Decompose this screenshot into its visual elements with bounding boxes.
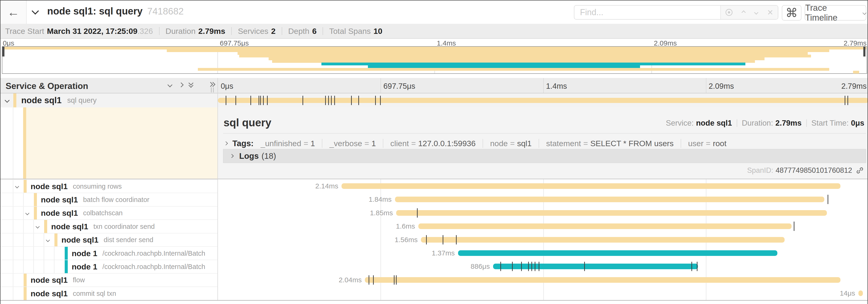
tree-chevron-icon[interactable]	[36, 225, 40, 229]
span-bar[interactable]	[341, 183, 840, 189]
deep-link-icon[interactable]	[856, 166, 864, 175]
span-log-tick	[697, 262, 698, 271]
minimap-tick-label: 1.4ms	[437, 39, 456, 47]
minimap-span-bar	[198, 68, 829, 71]
minimap-tick-label: 2.79ms	[844, 39, 867, 47]
tree-guideline	[33, 260, 34, 273]
tree-row[interactable]: node 1/cockroach.roachpb.Internal/Batch	[0, 246, 217, 260]
panel-divider[interactable]	[217, 78, 218, 300]
tag-item: user=root	[688, 139, 727, 148]
span-bar[interactable]	[395, 197, 824, 202]
collapse-all-icon[interactable]	[189, 81, 196, 88]
span-log-tick	[380, 96, 381, 105]
span-bar-row[interactable]: 886μs	[218, 260, 868, 273]
span-bar[interactable]	[421, 237, 785, 243]
span-bar-row[interactable]: 1.56ms	[218, 233, 868, 246]
meta-label: Duration	[165, 27, 196, 36]
tree-guideline	[44, 260, 44, 273]
span-bar-row[interactable]: 14μs	[218, 286, 868, 300]
span-bar-row[interactable]: 2.04ms	[218, 273, 868, 287]
span-log-tick	[394, 275, 395, 284]
span-bar[interactable]	[218, 98, 868, 103]
meta-value: 10	[373, 27, 382, 36]
span-bar-row[interactable]: 1.85ms	[218, 206, 868, 220]
minimap-left-scrubber[interactable]	[2, 47, 4, 57]
locate-icon[interactable]	[725, 9, 733, 16]
back-button[interactable]: ←	[0, 0, 27, 24]
span-log-tick	[443, 235, 443, 244]
span-log-tick	[358, 96, 359, 105]
span-name: node sql1consuming rows	[31, 180, 122, 193]
tree-row[interactable]: node sql1colbatchscan	[0, 206, 217, 220]
tree-row[interactable]: node 1/cockroach.roachpb.Internal/Batch	[0, 260, 217, 273]
span-bar[interactable]	[859, 291, 863, 296]
span-bar[interactable]	[365, 277, 840, 283]
detail-expanded-accent	[23, 107, 217, 179]
tree-chevron-icon[interactable]	[26, 211, 29, 215]
logs-accordion[interactable]: Logs (18)	[223, 149, 866, 163]
tree-chevron-icon[interactable]	[5, 98, 9, 103]
span-row-sql-query-bar[interactable]	[218, 93, 868, 107]
collapse-all-header-chevron-icon[interactable]	[32, 7, 39, 14]
span-bar-row[interactable]: 1.84ms	[218, 193, 868, 206]
span-bar[interactable]	[493, 264, 698, 269]
span-log-tick	[263, 96, 264, 105]
find-group: ×	[574, 5, 778, 20]
minimap-span-bar	[167, 49, 829, 52]
tree-row[interactable]: node sql1dist sender send	[0, 233, 217, 246]
span-bar[interactable]	[418, 224, 792, 229]
tree-row[interactable]: node sql1txn coordinator send	[0, 219, 217, 233]
tree-chevron-icon[interactable]	[15, 184, 19, 189]
trace-minimap[interactable]	[2, 46, 867, 74]
ruler-gridline	[380, 78, 381, 93]
span-row-sql-query-label[interactable]: node sql1sql query	[0, 93, 217, 107]
span-log-tick	[250, 96, 251, 105]
span-duration-label: 1.84ms	[369, 195, 392, 203]
tree-row[interactable]: node sql1commit sql txn	[0, 286, 217, 300]
panel-resize-grip[interactable]	[211, 87, 216, 93]
span-duration-label: 886μs	[471, 263, 490, 270]
meta-divider	[322, 27, 323, 35]
span-bar[interactable]	[458, 250, 777, 256]
view-selector-button[interactable]: Trace Timeline	[805, 5, 866, 21]
clear-search-icon[interactable]: ×	[767, 7, 773, 17]
tag-item: node=sql1	[490, 139, 532, 148]
operation-name: /cockroach.roachpb.Internal/Batch	[102, 263, 205, 271]
timeline-ruler: 0μs697.75μs1.4ms2.09ms2.79ms	[218, 78, 868, 93]
operation-name: sql query	[67, 96, 97, 105]
find-input[interactable]	[575, 6, 720, 19]
tree-row[interactable]: node sql1batch flow coordinator	[0, 193, 217, 206]
span-log-tick	[375, 96, 376, 105]
span-bar-row[interactable]: 1.6ms	[218, 219, 868, 233]
minimap-span-bar	[853, 71, 859, 73]
chevron-right-icon	[230, 154, 234, 158]
span-detail-panel: sql query Service: node sql1 Duration: 2…	[218, 107, 868, 179]
span-log-tick	[396, 275, 397, 284]
collapse-one-icon[interactable]	[167, 82, 173, 87]
logs-count: (18)	[261, 151, 276, 161]
tags-accordion[interactable]: Tags: _unfinished=1_verbose=1client=127.…	[224, 137, 726, 149]
meta-value: 6	[312, 27, 316, 36]
tree-row[interactable]: node sql1flow	[0, 273, 217, 287]
tree-guideline	[33, 247, 34, 260]
service-name: node 1	[72, 262, 97, 271]
span-accent-bar	[65, 260, 68, 273]
chevron-down-icon	[863, 11, 867, 15]
span-bar[interactable]	[396, 210, 827, 216]
expand-one-icon[interactable]	[179, 82, 184, 87]
operation-name: /cockroach.roachpb.Internal/Batch	[102, 249, 205, 257]
tree-guideline	[13, 247, 13, 260]
next-match-icon[interactable]	[754, 10, 758, 14]
keyboard-shortcuts-button[interactable]: ⌘	[782, 5, 801, 21]
tree-row[interactable]: node sql1consuming rows	[0, 179, 217, 193]
minimap-right-scrubber[interactable]	[863, 47, 865, 57]
span-accent-bar	[13, 93, 17, 107]
span-log-tick	[303, 96, 303, 105]
tree-chevron-icon[interactable]	[46, 238, 50, 242]
span-bar-row[interactable]: 1.37ms	[218, 246, 868, 260]
span-bar-row[interactable]: 2.14ms	[218, 179, 868, 193]
span-log-tick	[334, 96, 335, 105]
back-arrow-icon: ←	[7, 5, 20, 19]
span-duration-label: 1.37ms	[432, 249, 455, 257]
prev-match-icon[interactable]	[742, 10, 746, 14]
